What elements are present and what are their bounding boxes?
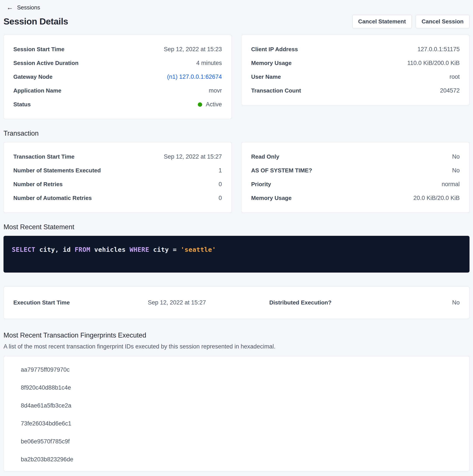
breadcrumb-sessions-link[interactable]: Sessions [17, 4, 40, 11]
status-label: Status [13, 101, 31, 108]
priority-value: normal [441, 181, 460, 188]
execution-info-card: Execution Start Time Sep 12, 2022 at 15:… [3, 287, 470, 319]
application-name-label: Application Name [13, 87, 61, 94]
transaction-start-time-label: Transaction Start Time [13, 153, 75, 160]
cancel-statement-button[interactable]: Cancel Statement [352, 15, 412, 28]
sql-keyword: WHERE [130, 246, 149, 253]
session-start-time-value: Sep 12, 2022 at 15:23 [164, 46, 222, 53]
retries-label: Number of Retries [13, 181, 63, 188]
fingerprints-description: A list of the most recent transaction fi… [3, 343, 470, 350]
read-only-label: Read Only [251, 153, 279, 160]
session-start-time-row: Session Start Time Sep 12, 2022 at 15:23 [13, 42, 222, 56]
execution-start-time-label: Execution Start Time [13, 299, 70, 306]
fingerprint-list-item: 8f920c40d88b1c4e [13, 379, 460, 397]
session-active-duration-label: Session Active Duration [13, 60, 79, 67]
automatic-retries-row: Number of Automatic Retries 0 [13, 191, 222, 205]
read-only-value: No [452, 153, 460, 160]
statements-executed-value: 1 [219, 167, 222, 174]
sql-text: vehicles [90, 246, 130, 253]
session-start-time-label: Session Start Time [13, 46, 65, 53]
transaction-card-right: Read Only No AS OF SYSTEM TIME? No Prior… [241, 142, 470, 213]
session-memory-usage-label: Memory Usage [251, 60, 292, 67]
fingerprints-section-heading: Most Recent Transaction Fingerprints Exe… [3, 331, 470, 339]
transaction-count-row: Transaction Count 204572 [251, 84, 460, 98]
status-active-dot-icon [198, 102, 202, 107]
priority-row: Priority normal [251, 177, 460, 191]
fingerprints-card: aa79775ff097970c 8f920c40d88b1c4e 8d4ae6… [3, 356, 470, 471]
as-of-system-time-label: AS OF SYSTEM TIME? [251, 167, 312, 174]
user-name-label: User Name [251, 73, 281, 80]
fingerprint-list-item: 73fe26034bd6e6c1 [13, 415, 460, 432]
breadcrumb[interactable]: ← Sessions [7, 3, 470, 11]
cancel-session-button[interactable]: Cancel Session [416, 15, 470, 28]
client-ip-row: Client IP Address 127.0.0.1:51175 [251, 42, 460, 56]
gateway-node-link[interactable]: (n1) 127.0.0.1:62674 [167, 73, 222, 80]
automatic-retries-label: Number of Automatic Retries [13, 195, 92, 202]
automatic-retries-value: 0 [219, 195, 222, 202]
application-name-row: Application Name movr [13, 84, 222, 98]
transaction-section: Transaction Start Time Sep 12, 2022 at 1… [3, 142, 470, 213]
transaction-start-time-row: Transaction Start Time Sep 12, 2022 at 1… [13, 150, 222, 164]
page-header: Session Details Cancel Statement Cancel … [3, 15, 470, 28]
session-info-card-right: Client IP Address 127.0.0.1:51175 Memory… [241, 35, 470, 105]
gateway-node-row: Gateway Node (n1) 127.0.0.1:62674 [13, 70, 222, 84]
status-value: Active [198, 101, 222, 108]
fingerprint-list-item: be06e9570f785c9f [13, 432, 460, 450]
priority-label: Priority [251, 181, 271, 188]
session-memory-usage-row: Memory Usage 110.0 KiB/200.0 KiB [251, 56, 460, 70]
status-row: Status Active [13, 98, 222, 111]
user-name-row: User Name root [251, 70, 460, 84]
sql-keyword: SELECT [12, 246, 35, 253]
client-ip-value: 127.0.0.1:51175 [418, 46, 460, 53]
transaction-count-label: Transaction Count [251, 87, 301, 94]
application-name-value: movr [209, 87, 222, 94]
gateway-node-label: Gateway Node [13, 73, 52, 80]
execution-start-time-value: Sep 12, 2022 at 15:27 [148, 299, 206, 306]
transaction-card-left: Transaction Start Time Sep 12, 2022 at 1… [3, 142, 232, 213]
sql-string-literal: 'seattle' [180, 246, 216, 253]
status-text: Active [206, 101, 222, 108]
sql-keyword: FROM [75, 246, 90, 253]
user-name-value: root [449, 73, 460, 80]
session-active-duration-value: 4 minutes [196, 60, 222, 67]
execution-start-time-row: Execution Start Time Sep 12, 2022 at 15:… [13, 296, 236, 309]
distributed-execution-value: No [452, 299, 460, 306]
session-details-page: ← Sessions Session Details Cancel Statem… [0, 0, 473, 476]
retries-row: Number of Retries 0 [13, 177, 222, 191]
retries-value: 0 [219, 181, 222, 188]
fingerprint-list-item: ba2b203b823296de [13, 450, 460, 468]
as-of-system-time-row: AS OF SYSTEM TIME? No [251, 164, 460, 177]
fingerprint-list-item: 8d4ae61a5fb3ce2a [13, 397, 460, 415]
statements-executed-label: Number of Statements Executed [13, 167, 101, 174]
transaction-section-heading: Transaction [3, 130, 470, 137]
statements-executed-row: Number of Statements Executed 1 [13, 164, 222, 177]
sql-text: city = [149, 246, 181, 253]
session-memory-usage-value: 110.0 KiB/200.0 KiB [407, 60, 460, 67]
session-active-duration-row: Session Active Duration 4 minutes [13, 56, 222, 70]
session-info-card-left: Session Start Time Sep 12, 2022 at 15:23… [3, 35, 232, 119]
distributed-execution-label: Distributed Execution? [269, 299, 332, 306]
as-of-system-time-value: No [452, 167, 460, 174]
read-only-row: Read Only No [251, 150, 460, 164]
sql-text: city, id [35, 246, 75, 253]
sql-statement-box: SELECT city, id FROM vehicles WHERE city… [3, 236, 470, 272]
client-ip-label: Client IP Address [251, 46, 298, 53]
most-recent-statement-heading: Most Recent Statement [3, 223, 470, 231]
session-summary-section: Session Start Time Sep 12, 2022 at 15:23… [3, 35, 470, 119]
distributed-execution-row: Distributed Execution? No [236, 296, 460, 309]
transaction-memory-usage-label: Memory Usage [251, 195, 292, 202]
transaction-memory-usage-row: Memory Usage 20.0 KiB/20.0 KiB [251, 191, 460, 205]
transaction-memory-usage-value: 20.0 KiB/20.0 KiB [413, 195, 460, 202]
back-arrow-icon: ← [7, 4, 13, 11]
transaction-start-time-value: Sep 12, 2022 at 15:27 [164, 153, 222, 160]
page-title: Session Details [3, 17, 68, 27]
transaction-count-value: 204572 [440, 87, 460, 94]
fingerprint-list-item: aa79775ff097970c [13, 361, 460, 379]
header-actions: Cancel Statement Cancel Session [352, 15, 470, 28]
